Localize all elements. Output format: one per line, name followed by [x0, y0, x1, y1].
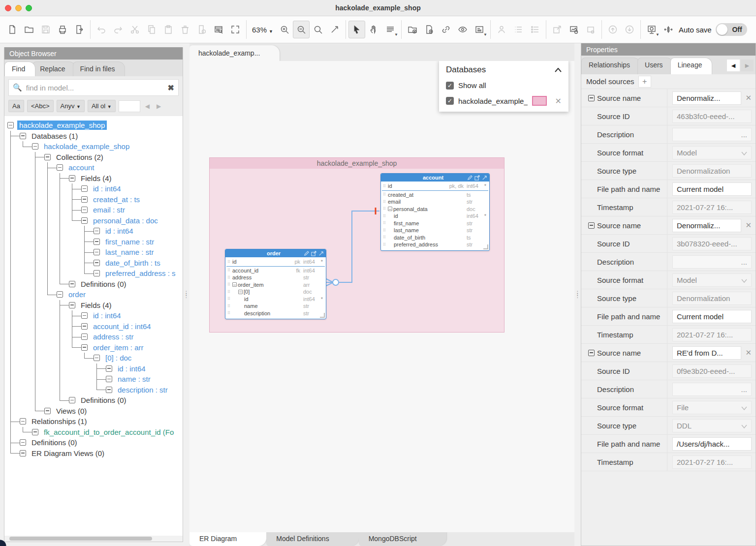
tree-item-label[interactable]: account_id : int64: [91, 322, 153, 331]
drag-handle-icon[interactable]: ⠿: [383, 235, 388, 240]
tree-expander-icon[interactable]: [32, 429, 38, 435]
drag-handle-icon[interactable]: ⠿: [227, 275, 232, 280]
entity-header[interactable]: order: [225, 249, 326, 257]
field-expander-icon[interactable]: [388, 207, 392, 211]
open-entity-icon[interactable]: [311, 251, 316, 256]
tree-item[interactable]: ER Diagram Views (0): [7, 448, 183, 459]
tree-item[interactable]: Databases (1): [7, 131, 183, 142]
open-entity-icon[interactable]: [474, 175, 480, 181]
entity-field-row[interactable]: ⠿ email str: [381, 198, 489, 206]
group-expander-icon[interactable]: [588, 222, 595, 229]
tree-item-label[interactable]: ER Diagram Views (0): [30, 449, 106, 458]
tree-expander-icon[interactable]: [81, 207, 88, 213]
drag-handle-icon[interactable]: ⠿: [227, 268, 232, 273]
entity-field-row[interactable]: ⠿ id int64 *: [381, 212, 489, 220]
tree-item[interactable]: name : str: [7, 374, 183, 385]
tree-item-label[interactable]: last_name : str: [103, 247, 156, 257]
entity-field-row[interactable]: ⠿ preferred_address str: [381, 241, 489, 248]
view-tab-model-definitions[interactable]: Model Definitions: [266, 532, 358, 546]
tree-horizontal-scrollbar[interactable]: [4, 536, 183, 542]
group-expander-icon[interactable]: [588, 95, 595, 101]
tree-expander-icon[interactable]: [106, 387, 112, 393]
right-splitter[interactable]: ⋮⋮: [574, 43, 581, 546]
entity-field-row[interactable]: ⠿ [0] doc: [225, 288, 326, 296]
view-tab-er-diagram[interactable]: ER Diagram: [189, 532, 266, 546]
find-next-icon[interactable]: ▶: [155, 102, 163, 111]
remove-source-icon[interactable]: ✕: [745, 348, 752, 357]
find-input[interactable]: [26, 84, 164, 92]
view-tab-mongodbscript[interactable]: MongoDBScript: [359, 532, 446, 546]
tree-item-label[interactable]: hackolade_example_shop: [17, 121, 107, 130]
add-annotation-icon[interactable]: ▼: [471, 21, 488, 38]
entity-account[interactable]: account ⠿ id pk, dk int64 * ⠿ created_at…: [380, 173, 490, 251]
autosave-toggle[interactable]: Off: [716, 23, 747, 36]
tree-item-label[interactable]: name : str: [116, 374, 153, 384]
property-value-input[interactable]: Current model: [672, 182, 752, 196]
expand-entity-icon[interactable]: [318, 251, 324, 256]
drag-handle-icon[interactable]: ⠿: [227, 282, 232, 287]
tab-replace[interactable]: Replace: [32, 61, 75, 76]
field-expander-icon[interactable]: [238, 290, 243, 294]
tree-expander-icon[interactable]: [81, 312, 88, 319]
drag-handle-icon[interactable]: ⠿: [227, 304, 232, 308]
tree-item[interactable]: Collections (2): [7, 152, 183, 163]
tree-item-label[interactable]: Views (0): [54, 406, 89, 416]
property-value-input[interactable]: Current model: [672, 310, 752, 323]
tree-item[interactable]: id : int64: [7, 183, 183, 194]
tree-item-label[interactable]: id : int64: [103, 226, 135, 236]
new-model-icon[interactable]: [4, 21, 21, 38]
tree-item[interactable]: address : str: [7, 332, 183, 342]
tree-item[interactable]: date_of_birth : ts: [7, 258, 183, 269]
pointer-tool-icon[interactable]: [348, 21, 365, 38]
property-value-input[interactable]: RE'd from D...: [672, 346, 741, 360]
visibility-icon[interactable]: [454, 21, 471, 38]
collapse-overlay-icon[interactable]: [555, 65, 562, 74]
property-description-field[interactable]: ...: [672, 128, 752, 141]
tree-item[interactable]: preferred_address : s: [7, 268, 183, 279]
entity-header[interactable]: account: [381, 174, 489, 182]
tree-item-label[interactable]: first_name : str: [103, 237, 156, 246]
edit-entity-icon[interactable]: [304, 251, 309, 256]
tree-expander-icon[interactable]: [69, 397, 75, 403]
entity-order[interactable]: order ⠿ id pk int64 * ⠿ account_id fk in…: [225, 249, 326, 319]
add-entity-icon[interactable]: [421, 21, 438, 38]
preview-icon[interactable]: [210, 21, 227, 38]
tree-item[interactable]: Fields (4): [7, 300, 183, 311]
search-diagram-icon[interactable]: [310, 21, 326, 38]
entity-field-row[interactable]: ⠿ created_at ts: [381, 191, 489, 199]
tree-item[interactable]: hackolade_example_shop: [7, 120, 183, 131]
tree-item-label[interactable]: Definitions (0): [79, 395, 128, 405]
add-relationship-icon[interactable]: [438, 21, 454, 38]
tree-item-label[interactable]: fk_account_id_to_order_account_id (Fo: [42, 427, 176, 437]
split-view-icon[interactable]: [660, 21, 677, 38]
tree-item[interactable]: Fields (4): [7, 173, 183, 184]
property-value-select[interactable]: DDL: [672, 419, 752, 432]
tree-item-label[interactable]: address : str: [91, 332, 136, 341]
show-all-checkbox[interactable]: ✓: [446, 82, 454, 90]
tree-expander-icon[interactable]: [69, 175, 75, 182]
tree-expander-icon[interactable]: [94, 239, 100, 245]
document-tab[interactable]: hackolade_examp...: [189, 45, 280, 61]
tree-item[interactable]: Definitions (0): [7, 279, 183, 290]
tree-expander-icon[interactable]: [7, 122, 14, 128]
tree-item-label[interactable]: Definitions (0): [30, 438, 79, 447]
entity-field-row[interactable]: ⠿ name str: [225, 303, 326, 310]
tree-expander-icon[interactable]: [94, 228, 100, 234]
object-filter-dropdown[interactable]: All ol ▼: [88, 100, 116, 112]
tree-expander-icon[interactable]: [94, 260, 100, 266]
layout-icon[interactable]: ▼: [382, 21, 399, 38]
expand-entity-icon[interactable]: [482, 175, 487, 181]
left-splitter[interactable]: ⋮⋮: [183, 43, 189, 546]
tree-expander-icon[interactable]: [44, 408, 51, 414]
tree-item-label[interactable]: id : int64: [91, 184, 123, 193]
group-expander-icon[interactable]: [588, 350, 595, 356]
property-description-field[interactable]: ...: [672, 383, 752, 396]
tree-expander-icon[interactable]: [20, 418, 26, 425]
tab-users[interactable]: Users: [637, 58, 673, 74]
tree-item-label[interactable]: id : int64: [116, 364, 148, 373]
entity-field-row[interactable]: ⠿ id int64 *: [225, 296, 326, 303]
drag-handle-icon[interactable]: ⠿: [227, 290, 232, 294]
tree-item[interactable]: order_item : arr: [7, 342, 183, 353]
tree-item[interactable]: personal_data : doc: [7, 215, 183, 226]
tree-item-label[interactable]: id : int64: [91, 311, 123, 320]
